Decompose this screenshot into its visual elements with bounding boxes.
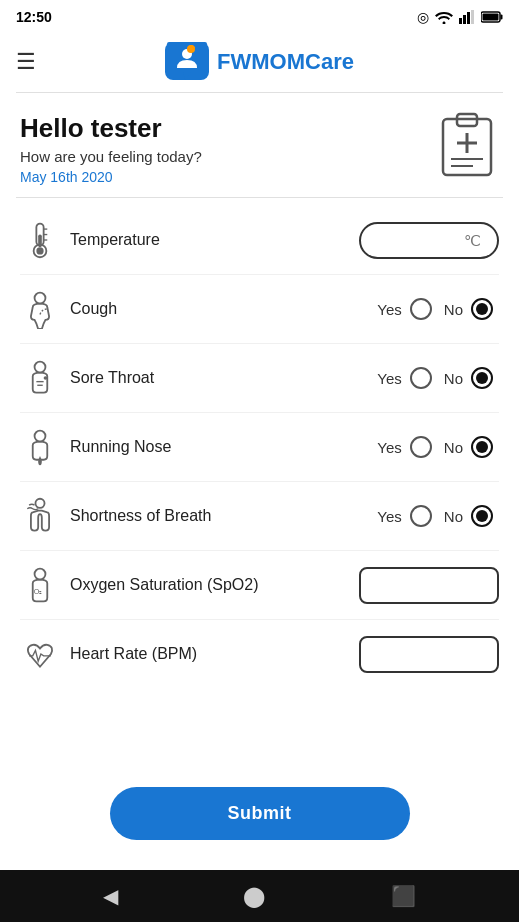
svg-point-23 — [35, 293, 46, 304]
shortness-of-breath-row: Shortness of Breath Yes No — [20, 482, 499, 551]
running-nose-row: Running Nose Yes No — [20, 413, 499, 482]
shortness-of-breath-label: Shortness of Breath — [70, 507, 377, 525]
svg-rect-1 — [463, 15, 466, 24]
running-nose-yes-radio[interactable] — [410, 436, 432, 458]
svg-rect-18 — [38, 235, 42, 248]
oxygen-saturation-label: Oxygen Saturation (SpO2) — [70, 576, 359, 594]
bottom-nav-bar: ◀ ⬤ ⬛ — [0, 870, 519, 922]
header-left: Hello tester How are you feeling today? … — [20, 113, 202, 185]
temperature-control[interactable] — [359, 222, 499, 259]
running-nose-icon — [20, 427, 60, 467]
svg-point-28 — [35, 431, 46, 442]
medical-icon — [435, 109, 499, 181]
status-icons: ◎ — [417, 9, 503, 25]
svg-rect-6 — [483, 14, 499, 21]
sore-throat-no-radio[interactable] — [471, 367, 493, 389]
wifi-icon — [435, 10, 453, 24]
svg-point-27 — [44, 376, 48, 380]
svg-text:O₂: O₂ — [34, 587, 43, 596]
temperature-icon — [20, 220, 60, 260]
oxygen-saturation-row: O₂ Oxygen Saturation (SpO2) — [20, 551, 499, 620]
hamburger-menu[interactable]: ☰ — [16, 49, 36, 75]
svg-rect-2 — [467, 12, 470, 24]
cough-control: Yes No — [377, 298, 499, 320]
notification-icon: ◎ — [417, 9, 429, 25]
svg-point-30 — [35, 569, 46, 580]
running-nose-yes-label: Yes — [377, 439, 401, 456]
home-nav-icon[interactable]: ⬤ — [243, 884, 265, 908]
cough-icon — [20, 289, 60, 329]
logo-text: FWMOMCare — [217, 49, 354, 75]
heart-rate-label: Heart Rate (BPM) — [70, 645, 359, 663]
temperature-label: Temperature — [70, 231, 359, 249]
temperature-row: Temperature — [20, 206, 499, 275]
battery-icon — [481, 11, 503, 23]
svg-point-24 — [35, 362, 46, 373]
recents-nav-icon[interactable]: ⬛ — [391, 884, 416, 908]
sore-throat-yes-radio[interactable] — [410, 367, 432, 389]
signal-icon — [459, 10, 475, 24]
svg-point-29 — [35, 499, 44, 508]
cough-no-radio[interactable] — [471, 298, 493, 320]
shortness-of-breath-yes-label: Yes — [377, 508, 401, 525]
cough-no-label: No — [444, 301, 463, 318]
heart-rate-control[interactable] — [359, 636, 499, 673]
submit-area: Submit — [0, 767, 519, 870]
date-text: May 16th 2020 — [20, 169, 202, 185]
heart-rate-row: Heart Rate (BPM) — [20, 620, 499, 688]
svg-point-19 — [36, 247, 43, 254]
hello-text: Hello tester — [20, 113, 202, 144]
svg-rect-5 — [501, 15, 503, 20]
oxygen-saturation-icon: O₂ — [20, 565, 60, 605]
sore-throat-control: Yes No — [377, 367, 499, 389]
shortness-of-breath-icon — [20, 496, 60, 536]
logo-area: FWMOMCare — [52, 38, 465, 86]
status-time: 12:50 — [16, 9, 52, 25]
form-section: Temperature Cough Yes No — [0, 198, 519, 767]
running-nose-control: Yes No — [377, 436, 499, 458]
sore-throat-label: Sore Throat — [70, 369, 377, 387]
running-nose-label: Running Nose — [70, 438, 377, 456]
running-nose-no-label: No — [444, 439, 463, 456]
svg-rect-0 — [459, 18, 462, 24]
shortness-of-breath-yes-radio[interactable] — [410, 505, 432, 527]
sore-throat-icon — [20, 358, 60, 398]
oxygen-saturation-control[interactable] — [359, 567, 499, 604]
cough-label: Cough — [70, 300, 377, 318]
submit-button[interactable]: Submit — [110, 787, 410, 840]
shortness-of-breath-no-radio[interactable] — [471, 505, 493, 527]
sore-throat-yes-label: Yes — [377, 370, 401, 387]
sore-throat-row: Sore Throat Yes No — [20, 344, 499, 413]
oxygen-saturation-input[interactable] — [359, 567, 499, 604]
logo-icon — [163, 38, 211, 86]
temperature-input[interactable] — [359, 222, 499, 259]
shortness-of-breath-control: Yes No — [377, 505, 499, 527]
header-section: Hello tester How are you feeling today? … — [0, 93, 519, 197]
subtitle: How are you feeling today? — [20, 148, 202, 165]
heart-rate-input[interactable] — [359, 636, 499, 673]
shortness-of-breath-no-label: No — [444, 508, 463, 525]
svg-rect-3 — [471, 10, 474, 24]
back-nav-icon[interactable]: ◀ — [103, 884, 118, 908]
toolbar: ☰ FWMOMCare — [0, 32, 519, 92]
heart-rate-icon — [20, 634, 60, 674]
cough-yes-label: Yes — [377, 301, 401, 318]
cough-yes-radio[interactable] — [410, 298, 432, 320]
cough-row: Cough Yes No — [20, 275, 499, 344]
running-nose-no-radio[interactable] — [471, 436, 493, 458]
sore-throat-no-label: No — [444, 370, 463, 387]
status-bar: 12:50 ◎ — [0, 0, 519, 32]
